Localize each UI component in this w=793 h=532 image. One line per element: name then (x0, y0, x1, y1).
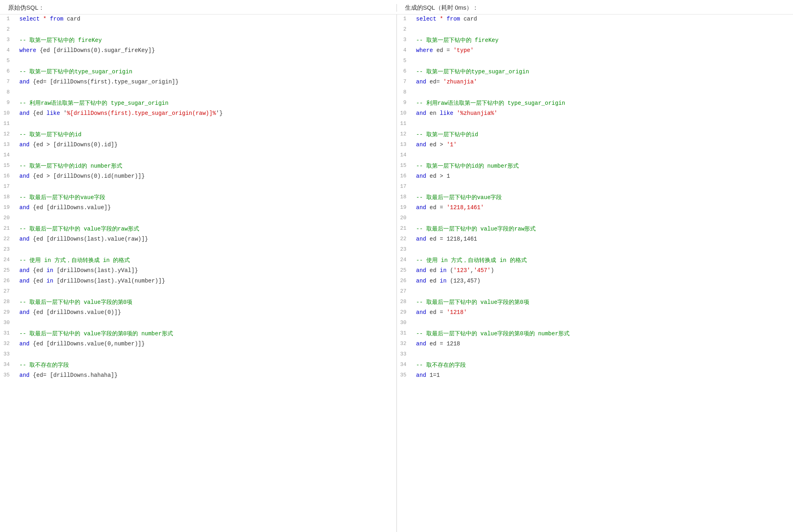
line-content: and {ed > [drillDowns(0).id(number)]} (16, 172, 396, 182)
line-content: and {ed [drillDowns.value(0)]} (16, 308, 396, 318)
line-number: 6 (397, 67, 413, 77)
line-content: -- 取第一层下钻中的id (413, 130, 793, 140)
table-row: 12-- 取第一层下钻中的id (397, 130, 793, 140)
table-row: 22and ed = 1218,1461 (397, 235, 793, 245)
line-number: 21 (0, 224, 16, 235)
line-content (16, 350, 396, 360)
table-row: 27 (0, 287, 396, 297)
table-row: 19and {ed [drillDowns.value]} (0, 203, 396, 214)
line-content: -- 利用raw语法取第一层下钻中的 type_sugar_origin (413, 98, 793, 109)
line-content: where {ed [drillDowns(0).sugar_fireKey]} (16, 46, 396, 56)
table-row: 13and {ed > [drillDowns(0).id]} (0, 140, 396, 151)
left-panel: 1select * from card2 3-- 取第一层下钻中的 fireKe… (0, 15, 397, 532)
line-number: 5 (397, 56, 413, 67)
line-content: -- 取不存在的字段 (16, 360, 396, 371)
line-content: -- 使用 in 方式，自动转换成 in 的格式 (16, 256, 396, 266)
line-content (16, 119, 396, 130)
table-row: 26and {ed in [drillDowns(last).yVal(numb… (0, 276, 396, 287)
table-row: 18-- 取最后一层下钻中的vaue字段 (0, 193, 396, 203)
table-row: 3-- 取第一层下钻中的 fireKey (0, 35, 396, 46)
table-row: 23 (0, 245, 396, 256)
table-row: 17 (0, 182, 396, 193)
line-number: 32 (0, 339, 16, 350)
line-content: and ed = '1218,1461' (413, 203, 793, 214)
line-number: 4 (397, 46, 413, 56)
line-content: and ed = '1218' (413, 308, 793, 318)
line-content: and {ed > [drillDowns(0).id]} (16, 140, 396, 151)
line-number: 28 (0, 297, 16, 308)
line-number: 31 (397, 329, 413, 339)
line-number: 15 (0, 161, 16, 172)
line-number: 33 (0, 350, 16, 360)
line-content: and {ed in [drillDowns(last).yVal]} (16, 266, 396, 276)
line-number: 20 (0, 214, 16, 224)
table-row: 15-- 取第一层下钻中的id的 number形式 (397, 161, 793, 172)
line-content: and ed = 1218 (413, 339, 793, 350)
table-row: 24-- 使用 in 方式，自动转换成 in 的格式 (397, 256, 793, 266)
line-content: -- 取第一层下钻中的id的 number形式 (413, 161, 793, 172)
line-number: 7 (397, 77, 413, 88)
line-content: and {ed [drillDowns(last).value(raw)]} (16, 235, 396, 245)
line-number: 8 (397, 88, 413, 98)
line-number: 24 (0, 256, 16, 266)
line-content: and ed > 1 (413, 172, 793, 182)
line-content: -- 取最后一层下钻中的 value字段的raw形式 (413, 224, 793, 235)
line-number: 11 (0, 119, 16, 130)
line-number: 3 (0, 35, 16, 46)
line-number: 35 (0, 371, 16, 381)
line-content (413, 318, 793, 329)
line-content: -- 取不存在的字段 (413, 360, 793, 371)
table-row: 2 (0, 25, 396, 35)
line-content (413, 214, 793, 224)
line-content: -- 取最后一层下钻中的 value字段的raw形式 (16, 224, 396, 235)
line-number: 17 (0, 182, 16, 193)
line-content: and ed > '1' (413, 140, 793, 151)
line-content: -- 取最后一层下钻中的 value字段的第0项 (413, 297, 793, 308)
line-number: 16 (0, 172, 16, 182)
table-row: 35and {ed= [drillDowns.hahaha]} (0, 371, 396, 381)
line-number: 8 (0, 88, 16, 98)
line-number: 30 (0, 318, 16, 329)
table-row: 25and ed in ('123','457') (397, 266, 793, 276)
line-number: 25 (397, 266, 413, 276)
line-content (16, 151, 396, 161)
table-row: 35and 1=1 (397, 371, 793, 381)
table-row: 5 (397, 56, 793, 67)
table-row: 1select * from card (397, 15, 793, 25)
line-number: 22 (0, 235, 16, 245)
line-content: and {ed= [drillDowns(first).type_sugar_o… (16, 77, 396, 88)
line-content (413, 25, 793, 35)
line-content: and ed in (123,457) (413, 276, 793, 287)
table-row: 19and ed = '1218,1461' (397, 203, 793, 214)
left-panel-header: 原始伪SQL： (0, 4, 397, 12)
line-number: 6 (0, 67, 16, 77)
table-row: 9-- 利用raw语法取第一层下钻中的 type_sugar_origin (397, 98, 793, 109)
line-content (16, 245, 396, 256)
line-content (413, 56, 793, 67)
line-content: -- 取第一层下钻中的 fireKey (16, 35, 396, 46)
line-content: and ed= 'zhuanjia' (413, 77, 793, 88)
line-number: 24 (397, 256, 413, 266)
table-row: 11 (0, 119, 396, 130)
table-row: 31-- 取最后一层下钻中的 value字段的第0项的 number形式 (0, 329, 396, 339)
line-number: 2 (397, 25, 413, 35)
line-number: 12 (0, 130, 16, 140)
table-row: 32and {ed [drillDowns.value(0,number)]} (0, 339, 396, 350)
line-number: 26 (397, 276, 413, 287)
line-number: 20 (397, 214, 413, 224)
line-content (413, 88, 793, 98)
line-content (16, 25, 396, 35)
line-content: -- 取最后一层下钻中的 value字段的第0项 (16, 297, 396, 308)
line-number: 3 (397, 35, 413, 46)
line-content: and {ed [drillDowns.value(0,number)]} (16, 339, 396, 350)
table-row: 21-- 取最后一层下钻中的 value字段的raw形式 (397, 224, 793, 235)
table-row: 16and ed > 1 (397, 172, 793, 182)
table-row: 10and {ed like '%[drillDowns(first).type… (0, 109, 396, 119)
table-row: 34-- 取不存在的字段 (0, 360, 396, 371)
table-row: 17 (397, 182, 793, 193)
line-content (16, 214, 396, 224)
table-row: 28-- 取最后一层下钻中的 value字段的第0项 (0, 297, 396, 308)
line-content: and 1=1 (413, 371, 793, 381)
line-number: 14 (0, 151, 16, 161)
line-number: 17 (397, 182, 413, 193)
